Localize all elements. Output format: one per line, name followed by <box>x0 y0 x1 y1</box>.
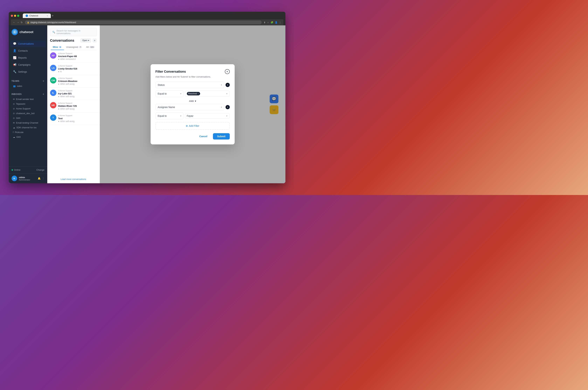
add-inbox-button[interactable]: + <box>43 93 45 96</box>
conv-title: Ancient-Paper-68 <box>58 55 97 58</box>
profile-icon[interactable]: 👤 <box>275 21 278 24</box>
list-item[interactable]: LS ⊙ Acme Support Lively-Smoke-516 ● hi <box>47 63 100 75</box>
connector-dropdown[interactable]: ▾ <box>195 100 196 102</box>
inboxes-label: Inboxes <box>11 93 22 96</box>
team-sales[interactable]: 👥 sales <box>11 84 45 88</box>
user-menu-icon[interactable]: ⋮ <box>42 177 45 180</box>
new-tab-button[interactable]: + <box>52 14 54 18</box>
conv-meta: ⊙ Acme Support <box>58 65 97 67</box>
sidebar-item-conversations[interactable]: 💬 Conversations <box>10 40 46 47</box>
conv-content: ⊙ Acme Support Test ● nithin self-assig <box>58 114 97 123</box>
self-assign-icon: ● <box>58 95 59 98</box>
conv-meta: ⊙ Acme Support <box>58 52 97 55</box>
inbox-email-sender[interactable]: ✉ Email sender test <box>11 97 45 101</box>
share-icon[interactable]: ⬆ <box>264 21 266 24</box>
add-filter-label: Add Filter <box>189 124 199 127</box>
modal-close-button[interactable]: × <box>225 69 230 74</box>
list-item[interactable]: IL ⊙ Acme Support Icy-Lake-321 ● nithin … <box>47 88 100 100</box>
reload-icon[interactable]: ↻ <box>21 21 23 24</box>
conversation-list: AP ⊙ Acme Support Ancient-Paper-68 ● nit… <box>47 50 100 175</box>
self-assign-icon: ● <box>58 83 59 85</box>
inbox-sdk-ios[interactable]: ☁ SDK channel for ios <box>11 125 45 130</box>
filter2-remove-button[interactable]: × <box>226 105 230 109</box>
filter1-field-select[interactable]: Status Assignee Name <box>155 82 224 88</box>
filter2-value-wrap[interactable]: Fayaz <box>185 113 230 118</box>
load-more-button[interactable]: Load more conversations <box>47 175 100 183</box>
sidebar-item-reports[interactable]: 📈 Reports <box>10 54 46 61</box>
inbox-pickcute[interactable]: f Pickcute <box>11 130 45 135</box>
list-item[interactable]: HR ⊙ Acme Support Hidden-River-725 ● nit… <box>47 100 100 112</box>
filter2-field-row: Assignee Name Status × <box>155 104 230 110</box>
url-text: staging.chatwoot.com/app/accounts/3/dash… <box>30 21 76 24</box>
forward-icon[interactable]: → <box>17 21 19 24</box>
filter1-value-wrap[interactable]: Resolved × <box>185 91 230 97</box>
sidebar: chatwoot 💬 Conversations 👤 Contacts 📈 Re… <box>9 25 47 183</box>
filter2-operator-select[interactable]: Equal to Not equal to <box>155 113 184 119</box>
status-online: Online <box>11 169 21 171</box>
conv-content: ⊙ Acme Support Icy-Lake-321 ● nithin sel… <box>58 90 97 98</box>
logo-icon <box>11 29 18 35</box>
fullscreen-button[interactable] <box>17 15 19 17</box>
address-bar[interactable]: 🔒 staging.chatwoot.com/app/accounts/3/da… <box>25 20 262 24</box>
inboxes-section-header: Inboxes + <box>11 93 45 96</box>
inbox-email-sender-label: Email sender test <box>16 98 34 100</box>
active-tab[interactable]: Chatwoot × <box>23 13 51 18</box>
list-item[interactable]: CM ⊙ Acme Support Crimson-Meadow- ● nith… <box>47 75 100 88</box>
filter1-remove-button[interactable]: × <box>226 83 230 87</box>
team-icon: 👥 <box>13 85 16 87</box>
close-button[interactable] <box>11 15 13 17</box>
tab-close-icon[interactable]: × <box>47 15 48 17</box>
avatar: IL <box>50 90 56 96</box>
conv-title: Test <box>58 117 97 120</box>
filter1-operator-select[interactable]: Equal to Not equal to <box>155 90 184 97</box>
user-name: nithin <box>19 176 36 179</box>
tab-mine[interactable]: Mine 6 <box>51 44 64 50</box>
menu-icon[interactable]: ⋮ <box>279 21 281 24</box>
inbox-email-testing[interactable]: ✉ Email testing Channel <box>11 120 45 125</box>
filter-button[interactable]: ≡ <box>93 38 97 43</box>
list-item[interactable]: AP ⊙ Acme Support Ancient-Paper-68 ● nit… <box>47 50 100 63</box>
inbox-acme-icon: ⊙ <box>13 107 15 110</box>
minimize-button[interactable] <box>14 15 16 17</box>
inbox-gitx2[interactable]: ☁ GitX <box>11 135 45 139</box>
conv-meta: ⊙ Acme Support <box>58 114 97 117</box>
add-team-button[interactable]: + <box>43 80 45 83</box>
nav-buttons: ← → ↻ <box>13 21 23 24</box>
inbox-tejaswini[interactable]: ⊙ Tejaswini <box>11 101 45 106</box>
add-filter-icon: ⊕ <box>186 124 188 127</box>
change-status-button[interactable]: Change <box>36 169 45 171</box>
settings-icon: 🔧 <box>13 70 16 73</box>
inbox-pickcute-icon: f <box>13 131 13 134</box>
modal-overlay[interactable]: Filter Conversations × Add filters below… <box>100 25 286 183</box>
conv-title: Lively-Smoke-516 <box>58 67 97 70</box>
extensions-icon[interactable]: 🧩 <box>271 21 273 24</box>
user-info: nithin Administrator <box>19 176 36 181</box>
inbox-chatwoot-bot[interactable]: ⊙ chatwoot_dev_bot <box>11 111 45 116</box>
conv-preview: ● nithin self-assig <box>58 120 97 123</box>
status-dropdown[interactable]: Open ▾ <box>80 38 91 43</box>
sidebar-item-contacts[interactable]: 👤 Contacts <box>10 47 46 54</box>
back-icon[interactable]: ← <box>13 21 15 24</box>
connector-row: AND ▾ <box>155 100 230 102</box>
bookmark-icon[interactable]: ☆ <box>267 21 269 24</box>
campaigns-label: Campaigns <box>18 63 31 66</box>
list-item[interactable]: T ⊙ Acme Support Test ● nithin self-assi… <box>47 112 100 125</box>
tab-favicon <box>26 14 28 17</box>
add-filter-button[interactable]: ⊕ Add Filter <box>155 122 230 130</box>
inbox-acme-support[interactable]: ⊙ Acme Support <box>11 106 45 111</box>
sidebar-item-campaigns[interactable]: 📢 Campaigns <box>10 61 46 68</box>
conv-content: ⊙ Acme Support Ancient-Paper-68 ● nithin… <box>58 52 97 60</box>
search-bar[interactable]: 🔍 Search for messages in conversations <box>50 28 97 36</box>
inbox-tejaswini-label: Tejaswini <box>16 102 25 105</box>
tab-all[interactable]: All 326 <box>84 44 97 50</box>
filter2-value-label: Fayaz <box>187 114 194 117</box>
filter1-value-remove[interactable]: × <box>198 93 199 95</box>
tab-unassigned[interactable]: Unassigned 7 <box>64 44 84 50</box>
cancel-button[interactable]: Cancel <box>196 133 211 140</box>
panel-controls: Open ▾ ≡ <box>80 38 97 43</box>
notification-icon[interactable]: 🔔 <box>38 177 41 180</box>
inbox-gitx[interactable]: ⊙ GitX <box>11 116 45 120</box>
sidebar-item-settings[interactable]: 🔧 Settings <box>10 68 46 75</box>
submit-button[interactable]: Submit <box>213 133 230 140</box>
filter2-field-select[interactable]: Assignee Name Status <box>155 104 224 110</box>
